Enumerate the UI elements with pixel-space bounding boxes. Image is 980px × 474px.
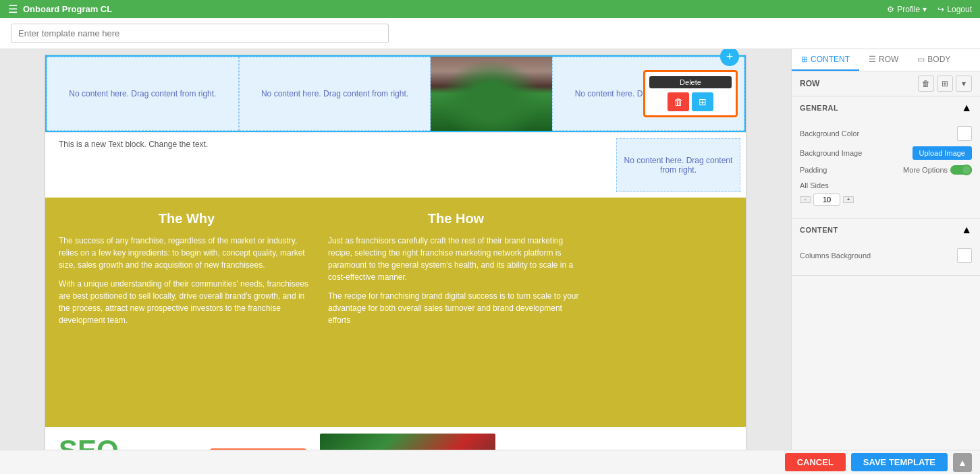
row-copy-button[interactable]: ⊞ xyxy=(937,76,953,92)
row-yellow: The Why The success of any franchise, re… xyxy=(45,198,746,427)
bg-color-label: Background Color xyxy=(800,129,859,138)
row-collapse-button[interactable]: ▾ xyxy=(956,76,972,92)
toggle-switch: More Options xyxy=(903,165,972,175)
row-yellow-right xyxy=(597,211,732,413)
section-content: CONTENT ▲ Columns Background xyxy=(792,218,980,276)
bg-image-row: Background Image Upload Image xyxy=(800,146,972,160)
delete-actions: 🗑 ⊞ xyxy=(649,92,732,111)
iguana-image xyxy=(431,57,552,131)
row-icon: ☰ xyxy=(869,55,876,64)
padding-increment[interactable]: + xyxy=(843,196,854,203)
padding-label: Padding xyxy=(800,166,827,174)
bottom-bar: CANCEL SAVE TEMPLATE ▲ xyxy=(0,450,980,474)
why-p2: With a unique understanding of their com… xyxy=(59,278,315,326)
canvas-wrapper: No content here. Drag content from right… xyxy=(45,55,746,474)
content-title: CONTENT xyxy=(800,226,838,234)
canvas-area[interactable]: No content here. Drag content from right… xyxy=(0,49,791,474)
app-wrapper: ☰ Onboard Program CL ⚙ Profile ▾ ↪ Logou… xyxy=(0,0,980,474)
template-name-input[interactable] xyxy=(11,24,389,43)
app-title: Onboard Program CL xyxy=(23,4,112,14)
section-general-header[interactable]: GENERAL ▲ xyxy=(792,96,980,119)
logout-icon: ↪ xyxy=(937,5,944,14)
save-template-button[interactable]: SAVE TEMPLATE xyxy=(851,453,948,471)
text-block-area: This is a new Text block. Change the tex… xyxy=(45,133,611,198)
content-collapse-icon: ▲ xyxy=(961,224,972,236)
cancel-button[interactable]: CANCEL xyxy=(785,453,846,471)
delete-confirm-button[interactable]: 🗑 xyxy=(668,92,689,111)
all-sides-label: All Sides xyxy=(800,181,829,189)
row-label: ROW xyxy=(800,79,819,88)
delete-tooltip: Delete xyxy=(649,76,732,88)
col-placeholder-1: No content here. Drag content from right… xyxy=(47,57,239,131)
columns-bg-row: Columns Background xyxy=(800,248,972,263)
padding-decrement[interactable]: - xyxy=(800,196,811,203)
row-1: No content here. Drag content from right… xyxy=(45,55,746,132)
panel-tabs: ⊞ CONTENT ☰ ROW ▭ BODY xyxy=(792,49,980,71)
section-content-body: Columns Background xyxy=(792,241,980,275)
section-general: GENERAL ▲ Background Color Background Im… xyxy=(792,96,980,218)
col-image xyxy=(431,57,552,131)
row-2-right-placeholder: No content here. Drag content from right… xyxy=(611,133,746,198)
tab-body[interactable]: ▭ BODY xyxy=(908,49,960,71)
profile-menu[interactable]: ⚙ Profile ▾ xyxy=(887,5,927,14)
section-content-header[interactable]: CONTENT ▲ xyxy=(792,218,980,241)
logout-label: Logout xyxy=(947,5,972,14)
profile-chevron-icon: ▾ xyxy=(923,5,927,14)
upload-image-button[interactable]: Upload Image xyxy=(913,146,973,160)
top-nav: ☰ Onboard Program CL ⚙ Profile ▾ ↪ Logou… xyxy=(0,0,980,18)
all-sides-row: All Sides - + xyxy=(800,179,972,206)
col-placeholder-2: No content here. Drag content from right… xyxy=(239,57,431,131)
how-p2: The recipe for franchising brand digital… xyxy=(328,290,584,326)
right-panel: ⊞ CONTENT ☰ ROW ▭ BODY ROW 🗑 ⊞ ▾ xyxy=(791,49,980,474)
tab-row[interactable]: ☰ ROW xyxy=(859,49,908,71)
logout-button[interactable]: ↪ Logout xyxy=(937,5,972,14)
general-title: GENERAL xyxy=(800,104,838,112)
template-name-bar xyxy=(0,18,980,49)
row-how-col: The How Just as franchisors carefully cr… xyxy=(328,211,584,413)
profile-label: Profile xyxy=(897,5,920,14)
why-title: The Why xyxy=(59,211,315,227)
section-general-body: Background Color Background Image Upload… xyxy=(792,119,980,218)
delete-popup: Delete 🗑 ⊞ xyxy=(643,70,738,117)
columns-bg-label: Columns Background xyxy=(800,251,871,260)
text-block-new: This is a new Text block. Change the tex… xyxy=(59,140,208,149)
panel-row-header: ROW 🗑 ⊞ ▾ xyxy=(792,71,980,96)
columns-bg-picker[interactable] xyxy=(957,248,972,263)
top-nav-left: ☰ Onboard Program CL xyxy=(8,3,112,16)
bg-color-picker[interactable] xyxy=(957,126,972,141)
main-content: No content here. Drag content from right… xyxy=(0,49,980,474)
delete-copy-button[interactable]: ⊞ xyxy=(692,92,713,111)
why-p1: The success of any franchise, regardless… xyxy=(59,235,315,271)
menu-icon: ☰ xyxy=(8,3,18,16)
tab-content[interactable]: ⊞ CONTENT xyxy=(792,49,859,71)
col-placeholder-right: No content here. Drag content from right… xyxy=(616,138,740,192)
body-icon: ▭ xyxy=(917,55,925,64)
more-options-label: More Options xyxy=(903,166,948,174)
row-2-wrapper: This is a new Text block. Change the tex… xyxy=(45,132,746,198)
how-p1: Just as franchisors carefully craft the … xyxy=(328,235,584,283)
profile-icon: ⚙ xyxy=(887,5,894,14)
padding-toggle[interactable] xyxy=(950,165,972,175)
bg-color-row: Background Color xyxy=(800,126,972,141)
padding-input-row: - + xyxy=(800,194,972,206)
padding-row: Padding More Options xyxy=(800,165,972,175)
row-why-col: The Why The success of any franchise, re… xyxy=(59,211,315,413)
scroll-top-button[interactable]: ▲ xyxy=(953,453,972,472)
panel-row-actions: 🗑 ⊞ ▾ xyxy=(918,76,972,92)
padding-input[interactable] xyxy=(813,194,840,206)
how-title: The How xyxy=(328,211,584,227)
section-collapse-icon: ▲ xyxy=(961,102,972,114)
toggle-thumb xyxy=(961,165,972,175)
bg-image-label: Background Image xyxy=(800,149,862,157)
row-delete-button[interactable]: 🗑 xyxy=(918,76,934,92)
top-nav-right: ⚙ Profile ▾ ↪ Logout xyxy=(887,5,972,14)
grid-icon: ⊞ xyxy=(801,55,808,64)
